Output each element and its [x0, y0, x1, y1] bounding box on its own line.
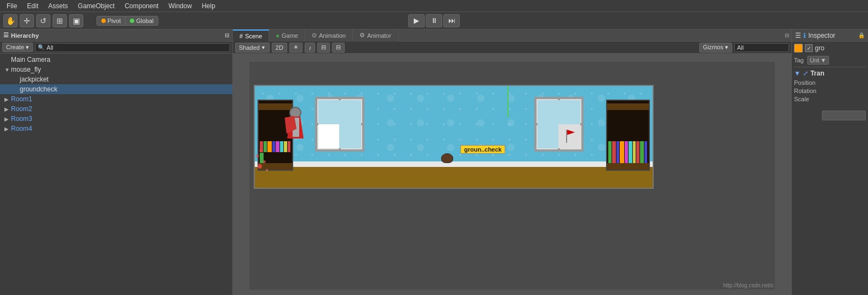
rect-tool-button[interactable]: ▣: [69, 14, 83, 27]
menu-file[interactable]: File: [2, 1, 21, 11]
watermark: http://blog.csdn.net/c: [723, 282, 774, 288]
baseboard: [255, 161, 653, 167]
tag-layer-row: Tag Unt ▼: [794, 56, 866, 65]
tab-scene[interactable]: # Scene: [233, 30, 269, 42]
gizmos-dropdown[interactable]: Gizmos ▾: [699, 43, 732, 53]
rotate-tool-button[interactable]: ↺: [36, 14, 50, 27]
position-label: Position: [794, 79, 824, 86]
inspector-header: ☰ ℹ Inspector 🔒: [792, 30, 868, 42]
hierarchy-title: Hierarchy: [11, 32, 39, 39]
tab-animator[interactable]: ⚙ Animator: [353, 30, 398, 42]
scene-content: groun..check: [233, 54, 791, 295]
menu-bar: File Edit Assets GameObject Component Wi…: [0, 0, 868, 12]
scene-search-input[interactable]: [734, 43, 789, 52]
transform-label: Tran: [810, 70, 824, 77]
menu-assets[interactable]: Assets: [44, 1, 72, 11]
inspector-title: Inspector: [808, 32, 835, 39]
transform-expand-icon[interactable]: ▼: [794, 70, 801, 77]
animator-icon: ⚙: [359, 32, 365, 39]
pivot-global-group: Pivot Global: [96, 16, 158, 26]
arrow-icon: [13, 86, 19, 92]
transform-header: ▼ ⤢ Tran: [794, 70, 866, 77]
object-active-checkbox[interactable]: ✓: [805, 44, 813, 52]
shading-dropdown[interactable]: Shaded ▼: [235, 43, 270, 53]
hierarchy-item-room3[interactable]: ▶ Room3: [0, 114, 232, 124]
scene-tabs-bar: # Scene ● Game ⊙ Animation ⚙ Animator ⊟: [233, 30, 791, 42]
tab-game[interactable]: ● Game: [269, 30, 305, 42]
hierarchy-item-room2[interactable]: ▶ Room2: [0, 104, 232, 114]
transform-section: ▼ ⤢ Tran Position Rotation Scale: [794, 67, 866, 104]
hierarchy-menu-icon: ☰: [3, 32, 9, 39]
effects-button[interactable]: ⊟: [317, 43, 330, 53]
window-left: [315, 97, 364, 152]
animation-icon: ⊙: [312, 32, 317, 39]
inspector-value-field[interactable]: [822, 111, 866, 120]
menu-window[interactable]: Window: [164, 1, 196, 11]
hierarchy-header: ☰ Hierarchy ⊟: [0, 30, 232, 42]
green-arrow: [503, 85, 513, 117]
arrow-icon: ▶: [4, 96, 10, 102]
hand-tool-button[interactable]: ✋: [3, 14, 18, 27]
hierarchy-item-room4[interactable]: ▶ Room4: [0, 124, 232, 134]
hierarchy-item-room1[interactable]: ▶ Room1: [0, 94, 232, 104]
arrow-icon: [4, 57, 10, 63]
inspector-lock-icon[interactable]: 🔒: [858, 32, 865, 38]
tabs-lock-icon[interactable]: ⊟: [783, 32, 791, 38]
inspector-panel: ☰ ℹ Inspector 🔒 ✓ gro Tag Unt ▼: [791, 30, 868, 295]
arrow-icon: ▶: [4, 116, 10, 122]
arrow-icon: ▶: [4, 126, 10, 132]
scene-icon: #: [239, 33, 243, 39]
hierarchy-search-box: 🔍: [35, 43, 230, 52]
move-tool-button[interactable]: ✛: [20, 14, 34, 27]
inspector-icon: ℹ: [803, 32, 806, 39]
hierarchy-panel: ☰ Hierarchy ⊟ Create ▾ 🔍 Main Camera ▼: [0, 30, 233, 295]
dropdown-arrow-icon: ▼: [261, 45, 266, 50]
hierarchy-item-main-camera[interactable]: Main Camera: [0, 55, 232, 65]
tag-label: Tag: [794, 57, 804, 63]
step-button[interactable]: ⏭: [443, 14, 460, 27]
object-color-box[interactable]: [794, 44, 803, 53]
inspector-object-row: ✓ gro: [794, 44, 866, 53]
hierarchy-item-jackpicket[interactable]: jackpicket: [0, 74, 232, 84]
hierarchy-item-groundcheck[interactable]: groundcheck: [0, 84, 232, 94]
rotation-label: Rotation: [794, 88, 824, 94]
scene-toolbar: Shaded ▼ 2D ☀ ♪ ⊟ ⊟ Gizmos ▾: [233, 42, 791, 54]
hierarchy-search-input[interactable]: [47, 44, 227, 51]
hierarchy-lock-icon[interactable]: ⊟: [225, 32, 229, 38]
room-background: groun..check: [254, 85, 654, 189]
center-panel: # Scene ● Game ⊙ Animation ⚙ Animator ⊟ …: [233, 30, 791, 295]
audio-button[interactable]: ♪: [305, 43, 316, 53]
scale-label: Scale: [794, 96, 824, 102]
toolbar: ✋ ✛ ↺ ⊞ ▣ Pivot Global ▶ ⏸ ⏭: [0, 12, 868, 30]
tab-animation[interactable]: ⊙ Animation: [305, 30, 353, 42]
tag-dropdown-arrow: ▼: [820, 57, 826, 63]
position-row: Position: [794, 79, 866, 86]
lighting-button[interactable]: ☀: [289, 43, 302, 53]
pivot-button[interactable]: Pivot: [97, 16, 125, 25]
scene-viewport[interactable]: groun..check: [249, 62, 775, 290]
groundcheck-label: groun..check: [460, 145, 505, 154]
menu-edit[interactable]: Edit: [22, 1, 43, 11]
floor-enemy: [441, 153, 453, 163]
global-button[interactable]: Global: [125, 16, 158, 25]
2d-button[interactable]: 2D: [272, 43, 287, 53]
inspector-content: ✓ gro Tag Unt ▼ ▼ ⤢ Tran Position: [792, 42, 868, 123]
scale-tool-button[interactable]: ⊞: [53, 14, 67, 27]
pause-button[interactable]: ⏸: [426, 14, 442, 27]
main-layout: ☰ Hierarchy ⊟ Create ▾ 🔍 Main Camera ▼: [0, 30, 868, 295]
search-icon: 🔍: [38, 44, 44, 50]
particles: [255, 130, 282, 174]
object-name: gro: [815, 44, 866, 52]
menu-gameobject[interactable]: GameObject: [73, 1, 119, 11]
menu-help[interactable]: Help: [197, 1, 220, 11]
hierarchy-content: Main Camera ▼ mouse_fly jackpicket groun…: [0, 54, 232, 295]
menu-component[interactable]: Component: [120, 1, 163, 11]
play-button[interactable]: ▶: [408, 14, 425, 27]
tag-dropdown[interactable]: Unt ▼: [807, 56, 829, 65]
create-button[interactable]: Create ▾: [2, 43, 33, 52]
camera-button[interactable]: ⊟: [332, 43, 345, 53]
hierarchy-item-mouse-fly[interactable]: ▼ mouse_fly: [0, 65, 232, 74]
arrow-icon: [13, 77, 19, 83]
play-controls: ▶ ⏸ ⏭: [408, 14, 460, 27]
scale-row: Scale: [794, 96, 866, 102]
